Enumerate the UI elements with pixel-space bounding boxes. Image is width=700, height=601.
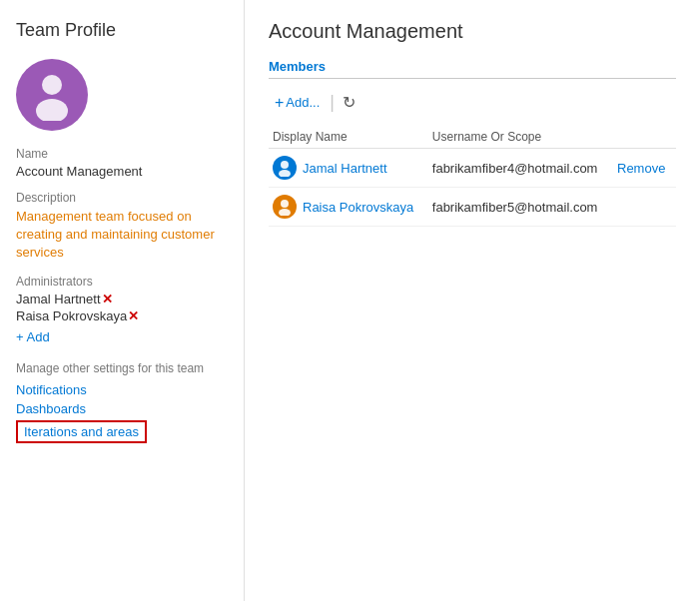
refresh-button[interactable]: ↻ (339, 89, 359, 116)
administrators-label: Administrators (16, 275, 228, 289)
member-avatar-0 (273, 156, 297, 180)
admin-item-1: Jamal Hartnett ✕ (16, 292, 228, 306)
toolbar-separator: | (330, 92, 335, 113)
sidebar-title: Team Profile (16, 20, 228, 41)
members-divider (269, 78, 676, 79)
col-display-name: Display Name (269, 126, 428, 149)
toolbar: + Add... | ↻ (269, 89, 676, 116)
admin-name-2: Raisa Pokrovskaya (16, 308, 127, 323)
name-value: Account Management (16, 164, 228, 179)
add-member-button[interactable]: + Add... (269, 90, 326, 116)
members-section-header: Members (269, 59, 676, 74)
svg-point-5 (279, 209, 291, 216)
member-email-0: fabrikamfiber4@hotmail.com (428, 149, 613, 188)
svg-point-3 (279, 170, 291, 177)
member-remove-cell-1 (613, 188, 676, 227)
description-value: Management team focused on creating and … (16, 208, 228, 263)
remove-admin-2-button[interactable]: ✕ (128, 308, 139, 323)
manage-settings-text: Manage other settings for this team (16, 360, 228, 377)
page-title: Account Management (269, 20, 676, 43)
add-label: Add... (286, 95, 320, 110)
col-username-scope: Username Or Scope (428, 126, 613, 149)
admin-name-1: Jamal Hartnett (16, 292, 101, 306)
member-name-1[interactable]: Raisa Pokrovskaya (303, 200, 413, 215)
member-remove-cell-0: Remove (613, 149, 676, 188)
member-avatar-1 (273, 195, 297, 219)
sidebar: Team Profile Name Account Management Des… (0, 0, 245, 601)
team-avatar-icon (25, 67, 79, 124)
col-actions (613, 126, 676, 149)
main-content: Account Management Members + Add... | ↻ … (245, 0, 700, 601)
nav-link-iterations[interactable]: Iterations and areas (16, 420, 147, 443)
member-name-0[interactable]: Jamal Hartnett (303, 161, 387, 176)
member-email-1: fabrikamfiber5@hotmail.com (428, 188, 613, 227)
refresh-icon: ↻ (343, 93, 355, 112)
remove-member-0-button[interactable]: Remove (617, 161, 665, 176)
description-label: Description (16, 191, 228, 205)
table-row: Jamal Hartnett fabrikamfiber4@hotmail.co… (269, 149, 676, 188)
add-admin-link[interactable]: + Add (16, 329, 50, 344)
svg-point-4 (281, 200, 289, 208)
remove-admin-1-button[interactable]: ✕ (102, 292, 113, 306)
name-label: Name (16, 147, 228, 161)
admin-item-2: Raisa Pokrovskaya ✕ (16, 308, 228, 323)
table-row: Raisa Pokrovskaya fabrikamfiber5@hotmail… (269, 188, 676, 227)
svg-point-1 (36, 99, 68, 121)
members-table: Display Name Username Or Scope Jamal Har… (269, 126, 676, 227)
member-name-cell-1: Raisa Pokrovskaya (269, 188, 428, 227)
svg-point-2 (281, 161, 289, 169)
table-header-row: Display Name Username Or Scope (269, 126, 676, 149)
plus-icon: + (275, 94, 284, 112)
member-name-cell-0: Jamal Hartnett (269, 149, 428, 188)
team-avatar (16, 59, 88, 131)
nav-link-dashboards[interactable]: Dashboards (16, 401, 228, 416)
nav-link-notifications[interactable]: Notifications (16, 382, 228, 397)
svg-point-0 (42, 75, 62, 95)
